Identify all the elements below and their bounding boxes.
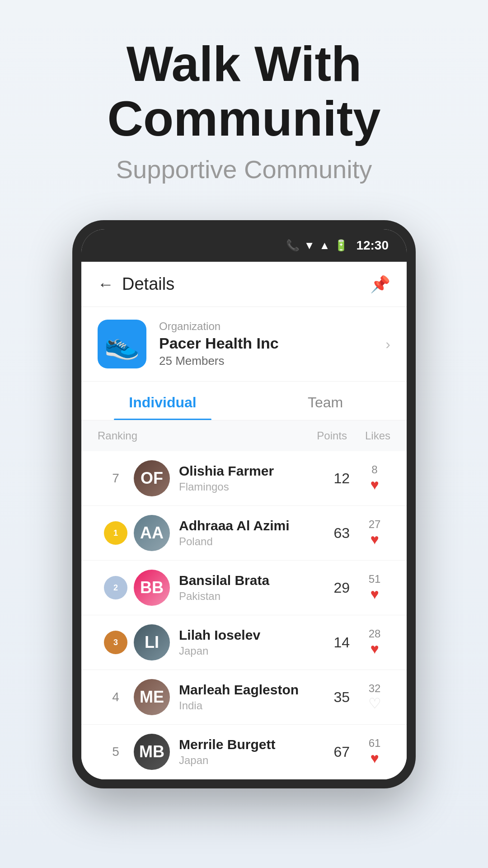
user-avatar: LI [134,624,170,660]
rank-number: 5 [98,745,134,759]
user-sub: Japan [179,645,314,657]
user-info: Merrile Burgett Japan [179,737,314,767]
title-line2: Community [108,90,381,146]
likes-cell: 28 ♥ [359,627,390,657]
user-avatar: MB [134,734,170,770]
org-label: Organization [159,320,373,333]
user-name: Adhraaa Al Azimi [179,518,314,533]
table-row: 7 OF Olishia Farmer Flamingos 12 8 ♥ [81,451,407,506]
main-title: Walk With Community [27,36,461,146]
org-members: 25 Members [159,354,373,368]
points-value: 35 [314,689,350,706]
phone-frame: 📞 ▼ ▲ 🔋 12:30 ← Details 📌 [72,220,416,788]
title-line1: Walk With [127,36,361,91]
user-sub: Japan [179,754,314,767]
medal-2-medal: 2 [104,576,127,599]
status-time: 12:30 [356,238,389,253]
likes-cell: 8 ♥ [359,463,390,493]
heart-icon[interactable]: ♥ [371,641,379,657]
likes-count: 51 [369,573,381,586]
rank-number: 7 [98,471,134,486]
user-sub: Pakistan [179,590,314,603]
battery-icon: 🔋 [334,239,348,252]
user-info: Bansilal Brata Pakistan [179,573,314,603]
user-name: Marleah Eagleston [179,682,314,698]
org-logo-icon: 👟 [104,327,140,361]
user-avatar: AA [134,515,170,551]
user-name: Bansilal Brata [179,573,314,588]
points-value: 29 [314,580,350,596]
user-name: Lilah Ioselev [179,627,314,643]
medal-1-medal: 1 [104,521,127,545]
col-points-header: Points [302,429,347,442]
status-icons: 📞 ▼ ▲ 🔋 12:30 [286,238,389,253]
table-row: 3 LI Lilah Ioselev Japan 14 28 ♥ [81,615,407,670]
phone-mockup: 📞 ▼ ▲ 🔋 12:30 ← Details 📌 [72,220,416,788]
medal-3-medal: 3 [104,631,127,654]
user-name: Olishia Farmer [179,463,314,479]
subtitle: Supportive Community [27,155,461,184]
likes-cell: 51 ♥ [359,573,390,603]
heart-icon[interactable]: ♥ [371,750,379,767]
org-chevron-icon: › [385,336,390,353]
likes-count: 61 [369,737,381,750]
top-bar: ← Details 📌 [81,262,407,307]
app-content: ← Details 📌 👟 Organization Pacer Health … [81,262,407,779]
rank-number: 4 [98,690,134,704]
col-ranking-header: Ranking [98,429,152,442]
user-sub: Poland [179,535,314,548]
user-info: Marleah Eagleston India [179,682,314,712]
back-area: ← Details [98,274,174,294]
phone-screen: 📞 ▼ ▲ 🔋 12:30 ← Details 📌 [81,229,407,779]
points-value: 67 [314,744,350,760]
table-row: 4 ME Marleah Eagleston India 35 32 ♡ [81,670,407,725]
org-name: Pacer Health Inc [159,335,373,352]
phone-icon: 📞 [286,239,300,252]
signal-icon: ▲ [319,239,330,252]
wifi-icon: ▼ [304,239,315,252]
medal-cell: 2 [98,576,134,599]
user-name: Merrile Burgett [179,737,314,752]
points-value: 12 [314,470,350,487]
user-info: Lilah Ioselev Japan [179,627,314,657]
col-likes-header: Likes [354,429,390,442]
org-info: Organization Pacer Health Inc 25 Members [159,320,373,368]
bookmark-icon[interactable]: 📌 [370,275,390,294]
likes-cell: 61 ♥ [359,737,390,767]
user-info: Adhraaa Al Azimi Poland [179,518,314,548]
header-section: Walk With Community Supportive Community [0,0,488,202]
user-avatar: BB [134,570,170,606]
user-sub: Flamingos [179,481,314,493]
status-bar: 📞 ▼ ▲ 🔋 12:30 [81,229,407,262]
leaderboard-list: 7 OF Olishia Farmer Flamingos 12 8 ♥ 1 A… [81,451,407,779]
likes-count: 8 [371,463,377,476]
org-logo: 👟 [98,320,146,368]
tab-individual[interactable]: Individual [81,382,244,420]
user-avatar: OF [134,460,170,496]
table-row: 1 AA Adhraaa Al Azimi Poland 63 27 ♥ [81,506,407,561]
user-info: Olishia Farmer Flamingos [179,463,314,493]
medal-cell: 3 [98,631,134,654]
user-sub: India [179,699,314,712]
table-row: 5 MB Merrile Burgett Japan 67 61 ♥ [81,725,407,779]
org-card[interactable]: 👟 Organization Pacer Health Inc 25 Membe… [81,307,407,382]
points-value: 63 [314,525,350,542]
likes-count: 27 [369,518,381,531]
user-avatar: ME [134,679,170,715]
medal-cell: 1 [98,521,134,545]
likes-cell: 27 ♥ [359,518,390,548]
back-button[interactable]: ← [98,275,114,294]
likes-cell: 32 ♡ [359,682,390,712]
heart-icon[interactable]: ♥ [371,476,379,493]
heart-icon[interactable]: ♥ [371,586,379,603]
table-header: Ranking Points Likes [81,420,407,451]
points-value: 14 [314,634,350,651]
table-row: 2 BB Bansilal Brata Pakistan 29 51 ♥ [81,561,407,615]
tabs-row: Individual Team [81,382,407,420]
likes-count: 28 [369,627,381,641]
heart-icon[interactable]: ♥ [371,531,379,548]
heart-icon[interactable]: ♡ [368,695,381,712]
tab-team[interactable]: Team [244,382,407,420]
page-title: Details [122,274,174,294]
likes-count: 32 [369,682,381,695]
